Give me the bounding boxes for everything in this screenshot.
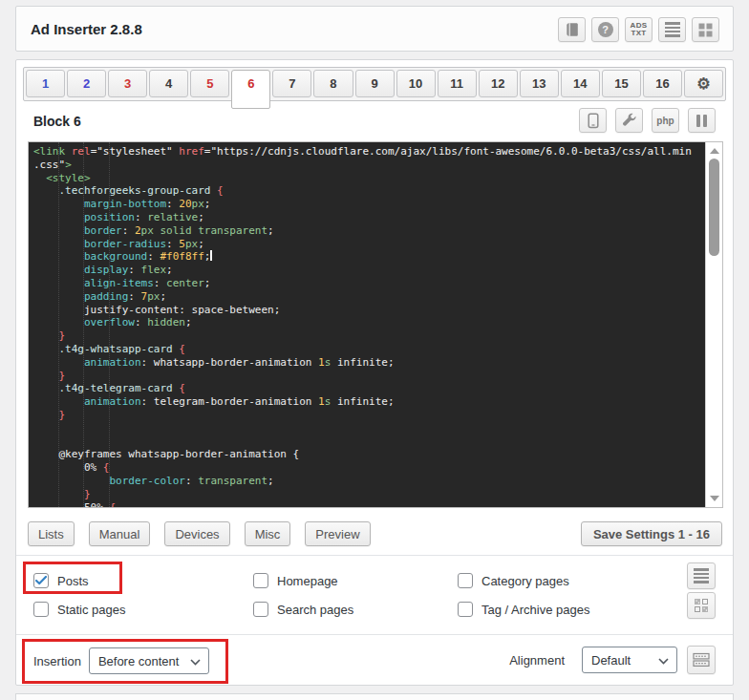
pause-icon <box>696 115 707 127</box>
alignment-value: Default <box>591 653 631 668</box>
grid-icon <box>698 23 713 37</box>
tab-5[interactable]: 5 <box>190 70 229 97</box>
tab-settings[interactable]: ⚙ <box>684 70 723 97</box>
code-line: .techforgeeks-group-card { <box>33 184 705 198</box>
code-line: .css"> <box>33 159 705 172</box>
unchecked-checkbox-icon[interactable] <box>458 602 473 617</box>
code-line: animation: telegram-border-animation 1s … <box>33 395 705 409</box>
list-icon <box>694 568 709 583</box>
tab-9[interactable]: 9 <box>355 70 395 97</box>
tab-1[interactable]: 1 <box>26 70 65 97</box>
checkbox-label: Homepage <box>277 574 338 588</box>
code-line: .t4g-telegram-card { <box>33 382 705 395</box>
unchecked-checkbox-icon[interactable] <box>253 573 268 588</box>
preview-button[interactable]: Preview <box>305 521 370 546</box>
code-line: 50% { <box>33 501 705 507</box>
ad-grid-button[interactable] <box>692 17 719 42</box>
main-panel: 12345678910111213141516⚙ Block 6 php <box>15 59 734 686</box>
tab-13[interactable]: 13 <box>520 70 559 97</box>
tab-4[interactable]: 4 <box>149 70 188 97</box>
annotation-box-posts <box>23 562 122 594</box>
code-line: 0% { <box>33 461 705 475</box>
scrollbar-thumb[interactable] <box>709 159 719 256</box>
checkbox-category-pages[interactable]: Category pages <box>458 573 683 588</box>
code-line: padding: 7px; <box>33 290 705 304</box>
code-line: } <box>33 329 705 343</box>
code-line: } <box>33 409 705 422</box>
tab-12[interactable]: 12 <box>479 70 518 97</box>
checkbox-static-pages[interactable]: Static pages <box>33 602 253 617</box>
checkbox-tag-archive-pages[interactable]: Tag / Archive pages <box>458 602 683 617</box>
code-line: margin-bottom: 20px; <box>33 198 705 211</box>
manual-book-button[interactable] <box>558 17 586 42</box>
list-options-button-wrap <box>687 562 716 589</box>
code-line: .t4g-whatsapp-card { <box>33 343 705 356</box>
tab-3[interactable]: 3 <box>108 70 147 97</box>
menu-icon <box>665 22 680 37</box>
tab-8[interactable]: 8 <box>313 70 353 97</box>
tab-16[interactable]: 16 <box>643 70 682 97</box>
code-line: justify-content: space-between; <box>33 304 705 317</box>
block-list-button[interactable] <box>658 17 686 42</box>
code-editor-content[interactable]: <link rel="stylesheet" href="https://cdn… <box>29 142 705 507</box>
code-line: @keyframes whatsapp-border-animation { <box>33 448 705 461</box>
unchecked-checkbox-icon[interactable] <box>33 602 49 617</box>
divider <box>16 555 733 556</box>
checkbox-label: Category pages <box>482 574 569 588</box>
scroll-down-icon[interactable] <box>710 496 719 501</box>
list-options-button[interactable] <box>687 562 716 589</box>
checkbox-search-pages[interactable]: Search pages <box>253 602 458 617</box>
unchecked-checkbox-icon[interactable] <box>458 573 473 588</box>
php-icon: php <box>656 116 674 126</box>
checkbox-homepage[interactable]: Homepage <box>253 573 458 588</box>
code-line <box>33 422 705 435</box>
tab-11[interactable]: 11 <box>438 70 477 97</box>
code-line: } <box>33 370 705 383</box>
divider <box>16 634 733 635</box>
misc-button[interactable]: Misc <box>245 521 291 546</box>
code-window-icon <box>693 652 711 668</box>
tab-14[interactable]: 14 <box>561 70 600 97</box>
tab-strip: 12345678910111213141516⚙ <box>23 67 726 101</box>
next-section-edge <box>15 693 734 700</box>
wrench-icon <box>622 113 637 128</box>
code-line: background: #f0f8ff; <box>33 250 705 264</box>
tab-list: 12345678910111213141516⚙ <box>24 68 725 100</box>
device-detection-button[interactable] <box>579 108 607 133</box>
save-settings-button[interactable]: Save Settings 1 - 16 <box>581 521 722 546</box>
manual-button[interactable]: Manual <box>89 521 151 546</box>
devices-button[interactable]: Devices <box>164 521 229 546</box>
code-line: <link rel="stylesheet" href="https://cdn… <box>33 145 705 159</box>
code-line: align-items: center; <box>33 277 705 290</box>
php-processing-button[interactable]: php <box>652 108 679 133</box>
code-line: border-color: transparent; <box>33 475 705 488</box>
blocks-grid-icon <box>694 598 709 613</box>
tab-10[interactable]: 10 <box>396 70 436 97</box>
tab-6[interactable]: 6 <box>231 70 270 109</box>
scroll-up-icon[interactable] <box>710 148 719 154</box>
tab-15[interactable]: 15 <box>602 70 641 97</box>
alignment-select[interactable]: Default <box>582 647 677 673</box>
help-button[interactable]: ? <box>591 17 619 42</box>
block-header: Block 6 php <box>33 108 716 137</box>
tablet-icon <box>586 113 601 129</box>
block-grid-button[interactable] <box>687 592 716 619</box>
unchecked-checkbox-icon[interactable] <box>253 602 268 617</box>
page-type-grid: PostsHomepageCategory pagesStatic pagesS… <box>33 566 683 624</box>
checkbox-label: Tag / Archive pages <box>482 603 589 617</box>
lists-button[interactable]: Lists <box>28 521 75 546</box>
block-toolbar: php <box>579 108 716 133</box>
code-preview-button[interactable] <box>687 646 716 674</box>
alignment-label: Alignment <box>509 653 565 668</box>
page: { "header": { "title": "Ad Inserter 2.8.… <box>0 0 749 700</box>
tab-7[interactable]: 7 <box>272 70 311 97</box>
code-line: position: relative; <box>33 211 705 224</box>
ads-txt-button[interactable]: ADS TXT <box>625 17 653 42</box>
code-line: border-radius: 5px; <box>33 238 705 251</box>
pause-block-button[interactable] <box>688 108 716 133</box>
code-line <box>33 435 705 449</box>
editor-scrollbar[interactable] <box>705 142 722 507</box>
tab-2[interactable]: 2 <box>67 70 106 97</box>
gear-icon: ⚙ <box>696 76 710 92</box>
settings-wrench-button[interactable] <box>615 108 643 133</box>
